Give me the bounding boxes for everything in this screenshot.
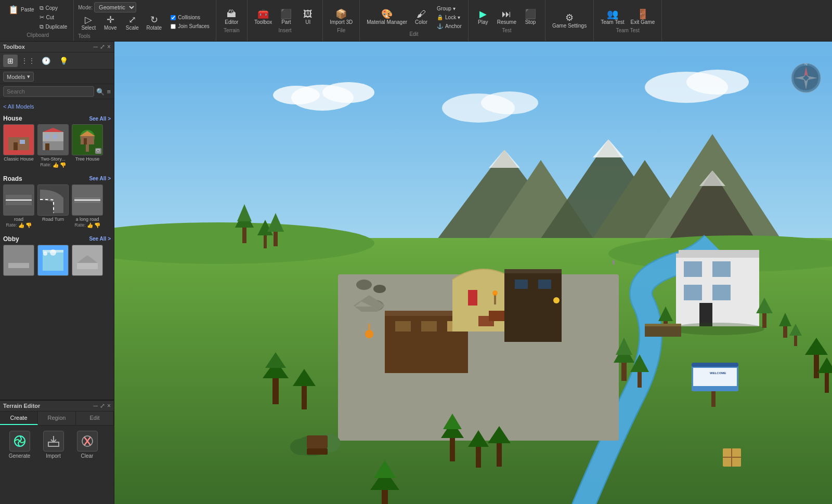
group-button[interactable]: Group ▾ [435, 5, 464, 12]
model-thumb-tree-house[interactable]: ⚠ 🛡 [72, 124, 103, 155]
toolbox-tab-grid[interactable]: ⋮⋮ [21, 55, 35, 67]
obby-model-grid [3, 245, 111, 280]
obby-see-all[interactable]: See All > [89, 236, 111, 242]
mode-select[interactable]: Geometric Physical [94, 2, 136, 12]
search-icon[interactable]: 🔍 [96, 88, 105, 96]
list-item[interactable]: ⚠ 🛡 Tree House [72, 124, 103, 168]
viewport: aliking512's Place × [114, 42, 832, 504]
toolbox-minimize-icon[interactable]: ─ [93, 43, 98, 50]
list-item[interactable]: Two-Story... Rate: 👍 👎 [37, 124, 69, 168]
svg-rect-72 [712, 285, 731, 300]
list-item[interactable]: Classic House [3, 124, 34, 168]
toolbox-tab-recent[interactable]: 🕐 [38, 55, 53, 67]
models-dropdown[interactable]: Models ▾ [3, 72, 34, 82]
svg-rect-12 [81, 136, 94, 144]
scale-button[interactable]: ⤢ Scale [122, 14, 142, 32]
move-button[interactable]: ✛ Move [100, 14, 121, 32]
select-button[interactable]: ▷ Select [78, 14, 99, 32]
list-item[interactable]: a long road Rate: 👍 👎 [72, 184, 103, 228]
svg-point-23 [50, 249, 56, 256]
color-button[interactable]: 🖌 Color [411, 5, 432, 30]
exit-game-button[interactable]: 🚪 Exit Game [628, 8, 658, 26]
material-manager-button[interactable]: 🎨 Material Manager [364, 5, 410, 30]
model-thumb-two-story[interactable] [37, 124, 69, 155]
toolbox-header: Toolbox ─ ⤢ × [0, 42, 114, 52]
copy-button[interactable]: ⧉ Copy [37, 4, 70, 12]
svg-marker-25 [77, 255, 98, 263]
generate-icon[interactable] [9, 431, 30, 452]
terrain-generate-tool[interactable]: Generate [5, 431, 34, 459]
tools-group: Mode: Geometric Physical ▷ Select ✛ Move… [74, 0, 216, 41]
svg-rect-117 [645, 324, 681, 326]
svg-rect-69 [684, 261, 702, 277]
toolbox-tab-models[interactable]: ⊞ [3, 55, 18, 67]
svg-point-75 [671, 323, 764, 335]
model-thumb-obby3[interactable] [72, 245, 103, 276]
terrain-clear-tool[interactable]: Clear [73, 431, 101, 459]
toolbox-tabs: ⊞ ⋮⋮ 🕐 💡 [0, 52, 114, 70]
filter-icon[interactable]: ≡ [107, 88, 111, 96]
toolbox-button[interactable]: 🧰 Toolbox [252, 8, 275, 26]
house-see-all[interactable]: See All > [89, 116, 111, 122]
svg-rect-13 [84, 138, 87, 144]
list-item[interactable] [3, 245, 34, 276]
svg-rect-8 [45, 143, 49, 150]
svg-rect-92 [302, 386, 307, 409]
terrain-import-tool[interactable]: Import [39, 431, 68, 459]
ui-button[interactable]: 🖼 UI [297, 8, 318, 26]
svg-text:WELCOME: WELCOME [710, 372, 726, 375]
terrain-expand-icon[interactable]: ⤢ [100, 402, 105, 409]
model-thumb-obby2[interactable] [37, 245, 69, 276]
join-surfaces-toggle[interactable]: Join Surfaces [168, 22, 212, 30]
import-3d-button[interactable]: 📦 Import 3D [327, 8, 355, 26]
model-thumb-classic-house[interactable] [3, 124, 34, 155]
cut-button[interactable]: ✂ Cut [37, 13, 70, 22]
game-settings-button[interactable]: ⚙ Game Settings [550, 11, 589, 30]
main-layout: Toolbox ─ ⤢ × ⊞ ⋮⋮ 🕐 💡 Models ▾ [0, 42, 832, 504]
duplicate-button[interactable]: ⧉ Duplicate [37, 22, 70, 31]
toolbox-close-icon[interactable]: × [107, 43, 111, 50]
model-thumb-road-turn[interactable] [37, 184, 69, 216]
list-item[interactable]: Road Turn [37, 184, 69, 228]
team-test-button[interactable]: 👥 Team Test [598, 8, 627, 26]
svg-point-113 [492, 290, 498, 296]
svg-rect-70 [712, 261, 731, 277]
import-icon[interactable] [43, 431, 64, 452]
anchor-button[interactable]: ⚓Anchor [435, 22, 464, 30]
collisions-toggle[interactable]: Collisions [168, 14, 212, 21]
resume-button[interactable]: ⏭ Resume [495, 8, 519, 26]
toolbox-expand-icon[interactable]: ⤢ [100, 43, 105, 50]
paste-button[interactable]: 📋 Paste [6, 4, 36, 16]
roads-see-all[interactable]: See All > [89, 176, 111, 181]
terrain-tab-create[interactable]: Create [0, 412, 38, 425]
svg-rect-123 [382, 490, 388, 504]
list-item[interactable] [72, 245, 103, 276]
model-thumb-obby1[interactable] [3, 245, 34, 276]
svg-rect-71 [684, 285, 702, 300]
search-input[interactable] [3, 86, 94, 97]
insert-group: 🧰 Toolbox ⬛ Part 🖼 UI Insert [248, 0, 323, 41]
terrain-editor-button[interactable]: 🏔 Editor [221, 8, 242, 26]
terrain-tab-region[interactable]: Region [38, 412, 76, 425]
svg-rect-16 [6, 200, 32, 201]
house-category-label: House [3, 115, 22, 122]
list-item[interactable]: road Rate: 👍 👎 [3, 184, 34, 228]
rotate-button[interactable]: ↻ Rotate [144, 14, 164, 32]
terrain-minimize-icon[interactable]: ─ [93, 402, 98, 409]
road-rating: Rate: 👍 👎 [6, 222, 32, 228]
play-button[interactable]: ▶ Play [473, 8, 493, 26]
terrain-close-icon[interactable]: × [107, 402, 111, 409]
stop-button[interactable]: ⬛ Stop [520, 8, 541, 26]
clear-icon[interactable] [77, 431, 98, 452]
obby-category-label: Obby [3, 235, 19, 243]
breadcrumb[interactable]: < All Models [3, 101, 111, 112]
model-thumb-road[interactable] [3, 184, 34, 216]
toolbox-tab-ideas[interactable]: 💡 [56, 55, 71, 67]
list-item[interactable] [37, 245, 69, 276]
lock-button[interactable]: 🔒Lock ▾ [435, 14, 464, 21]
part-button[interactable]: ⬛ Part [276, 8, 296, 26]
terrain-tab-edit[interactable]: Edit [76, 412, 114, 425]
model-thumb-long-road[interactable] [72, 184, 103, 216]
viewport-scene[interactable]: WELCOME [114, 42, 832, 504]
svg-rect-66 [538, 280, 551, 289]
